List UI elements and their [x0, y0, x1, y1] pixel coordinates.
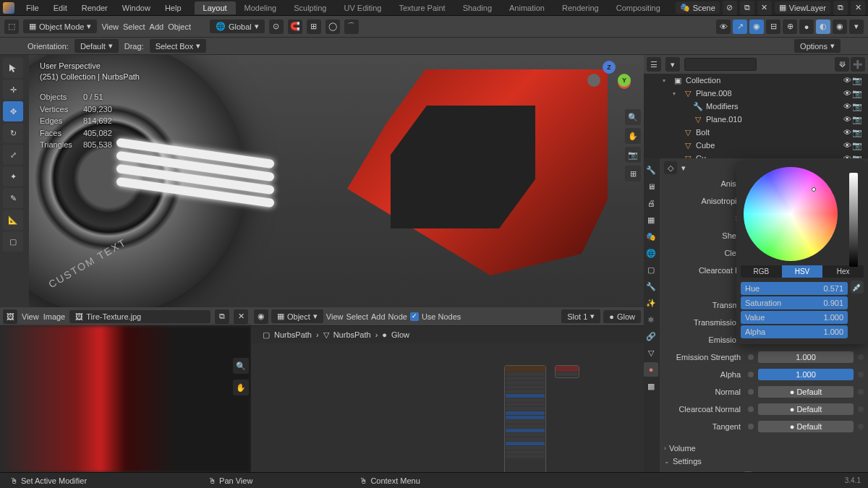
value-slider[interactable] [849, 173, 858, 267]
menu-file[interactable]: File [19, 1, 46, 14]
crumb[interactable]: NurbsPath [274, 330, 312, 339]
modifier-tab-icon[interactable]: 🔧 [644, 279, 658, 294]
editor-type-icon[interactable]: 🖼 [3, 309, 17, 324]
img-image-menu[interactable]: Image [43, 312, 66, 321]
shader-add[interactable]: Add [371, 312, 386, 321]
outliner-item[interactable]: ▽Plane.010👁📷 [644, 113, 868, 126]
tool-tab-icon[interactable]: 🔧 [644, 163, 658, 177]
filter-icon[interactable]: ⟱ [835, 57, 849, 72]
expand-icon[interactable]: ▾ [673, 90, 680, 97]
crumb[interactable]: NurbsPath [333, 330, 371, 339]
shade-matprev-icon[interactable]: ◐ [816, 20, 830, 34]
shader-type-dropdown[interactable]: ▦Object▾ [271, 309, 323, 323]
persp-icon[interactable]: ⊞ [625, 166, 641, 181]
outliner-item[interactable]: ▽Bolt👁📷 [644, 126, 868, 139]
color-wheel[interactable] [744, 167, 838, 261]
shading-opts-icon[interactable]: ▾ [849, 20, 864, 34]
slot-dropdown[interactable]: Slot 1▾ [561, 309, 600, 323]
prop-value[interactable]: 1.000 [758, 369, 854, 380]
3d-viewport[interactable]: ✛ ✥ ↻ ⤢ ✦ ✎ 📐 ▢ CUSTOM TEXT User Per [0, 55, 644, 307]
prop-value[interactable]: ● Default [758, 386, 854, 398]
pan-icon[interactable]: ✋ [625, 128, 641, 144]
remove-viewlayer-icon[interactable]: ✕ [851, 1, 865, 15]
rotate-tool[interactable]: ↻ [3, 123, 23, 143]
material-selector[interactable]: ●Glow [603, 310, 641, 323]
keyframe-dot[interactable] [748, 354, 754, 360]
node-canvas[interactable]: 🔍 ✋ [251, 343, 644, 472]
img-view-menu[interactable]: View [22, 312, 39, 321]
hue-field[interactable]: Hue0.571 [741, 282, 848, 295]
outliner-item[interactable]: ▽Cube👁📷 [644, 139, 868, 152]
eye-icon[interactable]: 👁 [843, 115, 851, 124]
outliner-item[interactable]: 🔧Modifiers👁📷 [644, 100, 868, 113]
outliner-search[interactable] [684, 58, 757, 71]
hsv-tab[interactable]: HSV [782, 265, 823, 278]
select-tool[interactable] [3, 58, 23, 78]
eye-icon[interactable]: 👁 [843, 89, 851, 98]
eye-icon[interactable]: 👁 [843, 76, 851, 85]
nav-gizmo[interactable]: X Y Z [587, 61, 631, 104]
new-collection-icon[interactable]: ➕ [851, 57, 865, 72]
color-cursor[interactable] [812, 187, 816, 192]
pin-icon[interactable]: ◇ [664, 161, 677, 174]
tab-modeling[interactable]: Modeling [236, 1, 286, 14]
menu-render[interactable]: Render [75, 1, 115, 14]
shade-wire-icon[interactable]: ⊕ [783, 20, 797, 34]
camera-icon[interactable]: 📷 [852, 115, 862, 124]
image-selector[interactable]: 🖼Tire-Texture.jpg [69, 310, 210, 323]
tab-rendering[interactable]: Rendering [553, 1, 608, 14]
keyframe-dot[interactable] [748, 389, 754, 395]
image-canvas[interactable] [0, 326, 251, 472]
tab-sculpting[interactable]: Sculpting [285, 1, 335, 14]
tab-shading[interactable]: Shading [454, 1, 501, 14]
view-menu[interactable]: View [101, 22, 119, 31]
texture-tab-icon[interactable]: ▩ [644, 379, 658, 393]
falloff-icon[interactable]: ⌒ [344, 20, 359, 34]
output-tab-icon[interactable]: 🖨 [644, 196, 658, 210]
browse-icon[interactable]: ⧉ [215, 309, 229, 324]
viewlayer-selector[interactable]: ▦ViewLayer [775, 1, 830, 14]
principled-node[interactable] [504, 365, 546, 481]
camera-icon[interactable]: 📷 [852, 102, 862, 111]
move-tool[interactable]: ✥ [3, 101, 23, 121]
options-dropdown[interactable]: Options▾ [794, 39, 841, 53]
shader-view[interactable]: View [326, 312, 344, 321]
gizmo-orientation-dropdown[interactable]: Default▾ [75, 39, 119, 53]
prop-value[interactable]: ● Default [758, 403, 854, 415]
anim-dot[interactable] [858, 372, 864, 377]
particle-tab-icon[interactable]: ✨ [644, 296, 658, 310]
camera-icon[interactable]: 📷 [625, 147, 641, 163]
scale-tool[interactable]: ⤢ [3, 145, 23, 165]
constraint-tab-icon[interactable]: 🔗 [644, 329, 658, 343]
measure-tool[interactable]: 📐 [3, 210, 23, 230]
hex-tab[interactable]: Hex [822, 265, 864, 278]
shader-select[interactable]: Select [346, 312, 368, 321]
xray-icon[interactable]: ⊟ [766, 20, 780, 34]
rgb-tab[interactable]: RGB [741, 265, 782, 278]
data-tab-icon[interactable]: ▽ [644, 346, 658, 360]
expand-icon[interactable]: ▾ [663, 77, 670, 84]
transform-tool[interactable]: ✦ [3, 166, 23, 187]
use-nodes-checkbox[interactable]: ✓Use Nodes [410, 312, 461, 321]
volume-section[interactable]: ›Volume [664, 442, 864, 455]
anim-dot[interactable] [858, 389, 864, 395]
snap-icon[interactable]: 🧲 [288, 20, 302, 34]
editor-type-icon[interactable]: ☰ [647, 57, 661, 72]
eyedropper-icon[interactable]: 💉 [851, 281, 864, 294]
gizmo-icon[interactable]: ↗ [733, 20, 747, 34]
shade-rendered-icon[interactable]: ◉ [833, 20, 847, 34]
camera-icon[interactable]: 📷 [852, 141, 862, 150]
overlays-icon[interactable]: ◉ [749, 20, 764, 34]
eye-icon[interactable]: 👁 [843, 102, 851, 111]
snap-mode-icon[interactable]: ⊞ [307, 20, 321, 34]
tab-compositing[interactable]: Compositing [608, 1, 669, 14]
zoom-icon[interactable]: 🔍 [625, 109, 641, 125]
anim-dot[interactable] [858, 406, 864, 412]
camera-icon[interactable]: 📷 [852, 128, 862, 137]
prop-value[interactable]: 1.000 [758, 351, 854, 363]
keyframe-dot[interactable] [748, 406, 754, 412]
camera-icon[interactable]: 📷 [852, 76, 862, 85]
menu-help[interactable]: Help [158, 1, 189, 14]
keyframe-dot[interactable] [748, 424, 754, 429]
camera-icon[interactable]: 📷 [852, 89, 862, 98]
